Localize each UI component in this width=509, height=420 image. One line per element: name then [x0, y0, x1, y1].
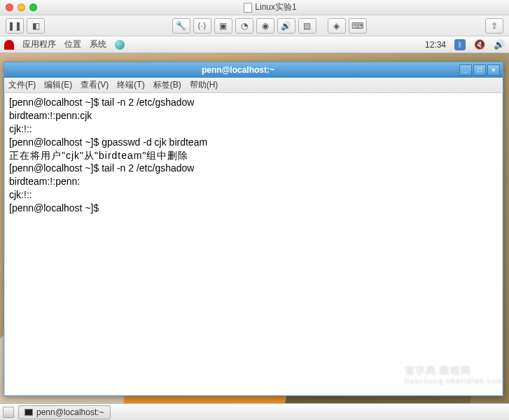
keyboard-button[interactable]: ⌨: [349, 18, 367, 34]
menu-edit[interactable]: 编辑(E): [44, 79, 72, 91]
maximize-button[interactable]: □: [473, 64, 486, 76]
minimize-icon[interactable]: [18, 4, 25, 11]
desktop-area: penn@localhost:~ _ □ × 文件(F) 编辑(E) 查看(V)…: [0, 53, 509, 403]
network-icon[interactable]: 🔇: [474, 39, 485, 50]
disk-button[interactable]: ◔: [235, 18, 253, 34]
network-button[interactable]: ▤: [298, 18, 316, 34]
host-title: Linux实验1: [37, 1, 503, 13]
menu-tabs[interactable]: 标签(B): [153, 79, 181, 91]
gnome-top-panel: 应用程序 位置 系统 12:34 ᛒ 🔇 🔊: [0, 36, 509, 53]
terminal-menubar: 文件(F) 编辑(E) 查看(V) 终端(T) 标签(B) 帮助(H): [4, 78, 503, 93]
cdrom-button[interactable]: ◉: [256, 18, 274, 34]
watermark-sub: jiaocheng.chazidian.com: [405, 377, 503, 385]
menu-applications[interactable]: 应用程序: [22, 38, 56, 50]
vm-toolbar: ❚❚ ◧ 🔧 ⟨·⟩ ▣ ◔ ◉ 🔊 ▤ ◈ ⌨ ⇪: [0, 15, 509, 36]
term-line: cjk:!::: [9, 189, 32, 200]
resize-button[interactable]: ⟨·⟩: [193, 18, 211, 34]
taskbar-item[interactable]: penn@localhost:~: [18, 405, 111, 419]
mouse-button[interactable]: ◈: [328, 18, 346, 34]
terminal-titlebar[interactable]: penn@localhost:~ _ □ ×: [4, 62, 503, 78]
volume-icon[interactable]: 🔊: [494, 39, 505, 50]
term-line: [penn@localhost ~]$ tail -n 2 /etc/gshad…: [9, 162, 194, 174]
show-desktop-button[interactable]: [3, 407, 14, 418]
redhat-icon[interactable]: [4, 40, 14, 50]
audio-button[interactable]: 🔊: [277, 18, 295, 34]
host-titlebar: Linux实验1: [0, 0, 509, 15]
settings-button[interactable]: 🔧: [172, 18, 190, 34]
term-line: [penn@localhost ~]$: [9, 202, 102, 214]
close-button[interactable]: ×: [487, 64, 500, 76]
term-line: 正在将用户"cjk"从"birdteam"组中删除: [9, 150, 188, 161]
browser-icon[interactable]: [115, 40, 125, 50]
term-line: cjk:!::: [9, 123, 32, 134]
menu-system[interactable]: 系统: [90, 38, 106, 50]
menu-file[interactable]: 文件(F): [8, 79, 36, 91]
terminal-window: penn@localhost:~ _ □ × 文件(F) 编辑(E) 查看(V)…: [4, 62, 503, 396]
document-icon: [244, 3, 252, 13]
term-line: [penn@localhost ~]$ tail -n 2 /etc/gshad…: [9, 97, 194, 108]
terminal-icon: [25, 409, 33, 416]
watermark-main: 查字典 教程网: [405, 365, 471, 376]
gnome-bottom-panel: penn@localhost:~: [0, 403, 509, 420]
watermark: 查字典 教程网 jiaocheng.chazidian.com: [405, 365, 503, 385]
term-line: birdteam:!:penn:: [9, 176, 80, 187]
share-button[interactable]: ⇪: [485, 18, 503, 34]
snapshot-button[interactable]: ◧: [27, 18, 45, 34]
traffic-lights: [6, 4, 37, 11]
term-line: birdteam:!:penn:cjk: [9, 110, 92, 121]
fullscreen-button[interactable]: ▣: [214, 18, 232, 34]
bluetooth-icon[interactable]: ᛒ: [454, 39, 466, 50]
term-line: [penn@localhost ~]$ gpasswd -d cjk birdt…: [9, 136, 207, 148]
host-title-text: Linux实验1: [255, 1, 296, 13]
clock-text[interactable]: 12:34: [425, 40, 446, 50]
menu-view[interactable]: 查看(V): [81, 79, 109, 91]
terminal-title: penn@localhost:~: [18, 65, 458, 75]
menu-places[interactable]: 位置: [64, 38, 81, 50]
zoom-icon[interactable]: [29, 4, 37, 11]
menu-help[interactable]: 帮助(H): [190, 79, 218, 91]
taskbar-item-label: penn@localhost:~: [36, 407, 104, 417]
close-icon[interactable]: [6, 4, 13, 11]
pause-button[interactable]: ❚❚: [6, 18, 24, 34]
minimize-button[interactable]: _: [459, 64, 472, 76]
menu-terminal[interactable]: 终端(T): [117, 79, 144, 91]
terminal-output[interactable]: [penn@localhost ~]$ tail -n 2 /etc/gshad…: [4, 93, 503, 396]
